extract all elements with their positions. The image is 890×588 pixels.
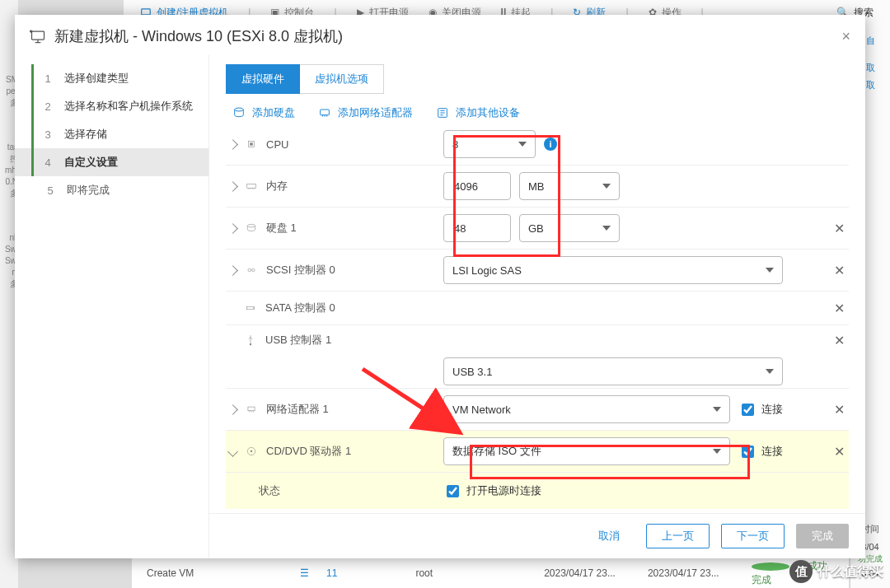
add-disk-button[interactable]: 添加硬盘: [232, 105, 295, 120]
memory-icon: [245, 180, 258, 192]
row-usb: USB 控制器 1 ✕ USB 3.1: [226, 324, 849, 388]
svg-point-13: [250, 343, 251, 345]
row-disk-label[interactable]: 硬盘 1: [226, 221, 443, 236]
cdrom-poweron-connect-checkbox[interactable]: 打开电源时连接: [443, 483, 541, 500]
config-tabs: 虚拟硬件 虚拟机选项: [209, 54, 865, 94]
tab-virtual-hardware[interactable]: 虚拟硬件: [226, 64, 300, 94]
wizard-sidebar: 1选择创建类型 2选择名称和客户机操作系统 3选择存储 4自定义设置 5即将完成: [15, 54, 209, 558]
wizard-step-2[interactable]: 2选择名称和客户机操作系统: [15, 92, 208, 120]
add-other-button[interactable]: 添加其他设备: [436, 105, 520, 120]
svg-rect-7: [247, 184, 256, 189]
wizard-step-3[interactable]: 3选择存储: [15, 120, 208, 148]
cancel-button[interactable]: 取消: [583, 524, 635, 548]
svg-rect-1: [32, 31, 44, 40]
row-disk: 硬盘 1 GB ✕: [226, 207, 849, 249]
row-memory-label[interactable]: 内存: [226, 179, 443, 194]
row-cdrom-label[interactable]: CD/DVD 驱动器 1: [226, 444, 443, 459]
sata-remove-icon[interactable]: ✕: [829, 301, 849, 316]
wizard-step-5: 5即将完成: [15, 176, 208, 204]
usb-version-select[interactable]: USB 3.1: [443, 357, 783, 385]
disk-remove-icon[interactable]: ✕: [829, 221, 849, 236]
svg-rect-14: [248, 407, 255, 411]
row-cpu: CPU 8 i: [226, 124, 849, 165]
modal-close-icon[interactable]: ×: [841, 28, 850, 45]
nic-icon: [245, 404, 258, 415]
wizard-footer: 取消 上一页 下一页 完成: [209, 513, 865, 558]
scsi-type-select[interactable]: LSI Logic SAS: [443, 256, 783, 284]
scsi-icon: [245, 264, 258, 276]
svg-rect-0: [142, 9, 151, 15]
cpu-icon: [245, 138, 258, 150]
scsi-remove-icon[interactable]: ✕: [829, 263, 849, 278]
cpu-info-icon[interactable]: i: [544, 138, 557, 151]
svg-point-8: [247, 224, 255, 227]
row-cpu-label[interactable]: CPU: [226, 138, 443, 151]
disk-icon: [245, 222, 258, 234]
watermark: 值什么值得买: [789, 560, 883, 583]
row-cdrom-status: 状态 打开电源时连接: [226, 472, 849, 509]
finish-button: 完成: [796, 524, 849, 548]
cdrom-connect-checkbox[interactable]: 连接: [738, 443, 783, 460]
row-usb-label: USB 控制器 1: [226, 333, 458, 348]
background-task-row: Create VM ☰ 11 root 2023/04/17 23... 202…: [132, 558, 849, 588]
tab-vm-options[interactable]: 虚拟机选项: [300, 64, 384, 94]
cdrom-icon: [245, 446, 258, 457]
modal-header: 新建虚拟机 - Windows 10 (ESXi 8.0 虚拟机) ×: [15, 15, 865, 54]
nic-remove-icon[interactable]: ✕: [829, 402, 849, 418]
svg-point-12: [253, 307, 254, 308]
nic-network-select[interactable]: VM Network: [443, 395, 730, 423]
add-device-bar: 添加硬盘 添加网络适配器 添加其他设备: [209, 94, 865, 124]
usb-icon: [244, 334, 257, 346]
svg-point-2: [235, 108, 244, 111]
row-nic-label[interactable]: 网络适配器 1: [226, 402, 443, 417]
disk-unit-select[interactable]: GB: [519, 214, 620, 242]
row-scsi-label[interactable]: SCSI 控制器 0: [226, 263, 443, 278]
cdrom-status-label: 状态: [259, 483, 443, 498]
nic-connect-checkbox[interactable]: 连接: [738, 401, 783, 418]
wizard-step-1[interactable]: 1选择创建类型: [15, 64, 208, 92]
cdrom-remove-icon[interactable]: ✕: [829, 444, 849, 460]
row-scsi: SCSI 控制器 0 LSI Logic SAS ✕: [226, 249, 849, 291]
svg-point-16: [251, 450, 252, 452]
row-cdrom: CD/DVD 驱动器 1 数据存储 ISO 文件 连接 ✕: [226, 430, 849, 472]
cpu-count-select[interactable]: 8: [443, 130, 536, 158]
cdrom-source-select[interactable]: 数据存储 ISO 文件: [443, 437, 730, 465]
memory-input[interactable]: [443, 172, 511, 200]
memory-unit-select[interactable]: MB: [519, 172, 620, 200]
row-memory: 内存 MB: [226, 165, 849, 207]
add-nic-button[interactable]: 添加网络适配器: [318, 105, 413, 120]
new-vm-modal: 新建虚拟机 - Windows 10 (ESXi 8.0 虚拟机) × 1选择创…: [15, 15, 865, 558]
row-nic: 网络适配器 1 VM Network 连接 ✕: [226, 388, 849, 430]
usb-remove-icon[interactable]: ✕: [829, 333, 849, 348]
next-button[interactable]: 下一页: [721, 524, 785, 548]
sata-icon: [244, 302, 257, 314]
svg-point-9: [248, 268, 251, 272]
wizard-step-4[interactable]: 4自定义设置: [15, 148, 208, 176]
prev-button[interactable]: 上一页: [646, 524, 710, 548]
svg-point-10: [252, 268, 255, 272]
row-sata: SATA 控制器 0 ✕: [226, 291, 849, 324]
disk-size-input[interactable]: [443, 214, 511, 242]
row-sata-label: SATA 控制器 0: [226, 301, 458, 315]
new-vm-icon: [30, 28, 46, 44]
modal-title: 新建虚拟机 - Windows 10 (ESXi 8.0 虚拟机): [54, 26, 343, 46]
svg-rect-6: [250, 142, 253, 146]
svg-rect-3: [321, 110, 330, 115]
